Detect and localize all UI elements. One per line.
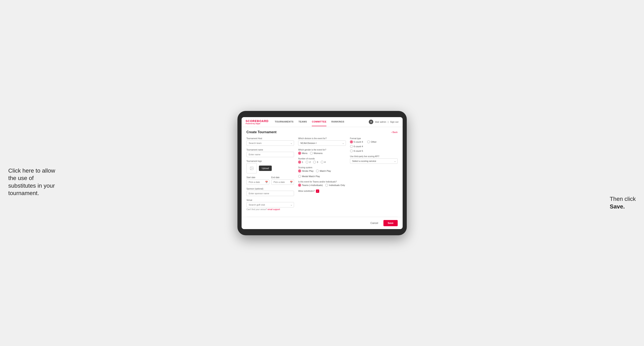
save-button[interactable]: Save — [384, 220, 398, 226]
scoring-label: Scoring system — [298, 167, 346, 169]
gender-label: Which gender is the event for? — [298, 149, 346, 151]
scoring-medal-match[interactable]: Medal Match Play — [298, 175, 320, 178]
format-6count5[interactable]: 6 count 5 — [350, 150, 398, 152]
event-type-teams[interactable]: Teams (+Individuals) — [298, 184, 323, 187]
right-annotation-line2: Save. — [610, 203, 625, 210]
scoring-stroke-label: Stroke Play — [302, 170, 314, 172]
tablet-screen: SCOREBOARD Powered by clippd TOURNAMENTS… — [242, 117, 403, 229]
gender-mens[interactable]: Mens — [298, 152, 308, 155]
start-date-wrapper: 📅 — [246, 179, 269, 185]
api-select[interactable]: Select a scoring service — [350, 158, 398, 164]
host-select-wrapper — [246, 140, 294, 146]
rounds-4[interactable]: 4 — [321, 161, 326, 164]
date-row: Start date 📅 End date — [246, 176, 294, 185]
left-annotation-text: Click here to allow the use of substitut… — [8, 168, 55, 196]
scoring-stroke[interactable]: Stroke Play — [298, 170, 314, 173]
svg-point-1 — [251, 167, 251, 168]
end-date-input[interactable] — [271, 179, 294, 185]
format-5count4-radio[interactable] — [350, 140, 353, 143]
form-columns: Tournament Host Tournament name Tourname… — [246, 137, 398, 213]
scoring-radio-group: Stroke Play Match Play Medal Match Play — [298, 170, 346, 178]
rounds-2-radio[interactable] — [306, 161, 308, 164]
api-label: Use third-party live scoring API? — [350, 155, 398, 158]
rounds-radio-group: 1 2 3 — [298, 161, 346, 164]
event-type-individuals-radio[interactable] — [325, 184, 328, 187]
substitutes-checkbox[interactable]: ✓ — [316, 189, 319, 193]
logo-label: Tournament logo — [246, 160, 294, 162]
venue-group: Venue Can't find your venue? email suppo… — [246, 199, 294, 210]
name-input[interactable] — [246, 152, 294, 157]
format-6count5-label: 6 count 5 — [354, 150, 363, 152]
avatar: B — [369, 120, 373, 124]
format-6count4-label: 6 count 4 — [354, 145, 363, 148]
rounds-2[interactable]: 2 — [306, 161, 310, 164]
rounds-3[interactable]: 3 — [313, 161, 318, 164]
back-link[interactable]: ‹ Back — [391, 131, 398, 133]
page-wrapper: Click here to allow the use of substitut… — [8, 111, 636, 235]
right-annotation: Then click Save. — [610, 195, 636, 210]
nav-tournaments[interactable]: TOURNAMENTS — [275, 118, 294, 126]
venue-help-link[interactable]: email support — [268, 208, 280, 210]
navbar: SCOREBOARD Powered by clippd TOURNAMENTS… — [242, 117, 403, 127]
nav-teams[interactable]: TEAMS — [298, 118, 307, 126]
host-input[interactable] — [246, 140, 294, 146]
substitutes-checkbox-item[interactable]: Allow substitutes? ✓ — [298, 189, 346, 193]
page-content: Create Tournament ‹ Back Tournament Host — [242, 127, 403, 217]
start-date-input[interactable] — [246, 179, 269, 185]
rounds-3-label: 3 — [317, 161, 318, 163]
rounds-1-radio[interactable] — [298, 161, 301, 164]
signout-link[interactable]: Sign out — [390, 121, 398, 123]
format-5count4-label: 5 count 4 — [354, 141, 363, 143]
rounds-1[interactable]: 1 — [298, 161, 303, 164]
format-6count5-radio[interactable] — [350, 150, 353, 152]
format-6count4-radio[interactable] — [350, 145, 353, 148]
api-select-wrapper: Select a scoring service — [350, 158, 398, 164]
gender-womens-radio[interactable] — [310, 152, 313, 155]
scoring-match[interactable]: Match Play — [316, 170, 331, 173]
format-group: Format type 5 count 4 Other — [350, 137, 398, 152]
division-select[interactable]: NCAA Division I — [298, 140, 346, 146]
dates-group: Start date 📅 End date — [246, 176, 294, 185]
name-group: Tournament name — [246, 149, 294, 157]
venue-help-text: Can't find your venue? — [246, 208, 267, 210]
event-type-group: Is this event for Teams and/or Individua… — [298, 181, 346, 187]
rounds-group: Number of rounds 1 2 — [298, 158, 346, 164]
rounds-3-radio[interactable] — [313, 161, 316, 164]
host-group: Tournament Host — [246, 137, 294, 146]
logo-brand-text: clippd — [256, 123, 260, 125]
scoring-stroke-radio[interactable] — [298, 170, 301, 173]
start-date-group: Start date 📅 — [246, 176, 269, 185]
event-type-teams-label: Teams (+Individuals) — [302, 184, 323, 186]
scoring-medal-radio[interactable] — [298, 175, 301, 178]
upload-button[interactable]: Upload — [259, 166, 272, 171]
format-6count4[interactable]: 6 count 4 — [350, 145, 398, 148]
venue-input[interactable] — [246, 202, 294, 207]
logo-placeholder — [246, 163, 257, 173]
nav-committee[interactable]: COMMITTEE — [312, 118, 326, 126]
nav-user: blair admin — [375, 121, 386, 123]
end-date-group: End date 📅 — [271, 176, 294, 185]
cancel-button[interactable]: Cancel — [367, 220, 381, 226]
format-other-radio[interactable] — [367, 140, 370, 143]
event-type-teams-radio[interactable] — [298, 184, 301, 187]
event-type-individuals[interactable]: Individuals Only — [325, 184, 345, 187]
scoring-match-radio[interactable] — [316, 170, 319, 173]
right-annotation-line1: Then click — [610, 196, 636, 202]
page-title: Create Tournament — [246, 130, 277, 134]
venue-label: Venue — [246, 199, 294, 201]
form-footer: Cancel Save — [242, 217, 403, 229]
format-other-label: Other — [371, 141, 376, 143]
logo-scoreboard: SCOREBOARD — [246, 119, 269, 123]
nav-rankings[interactable]: RANKINGS — [332, 118, 344, 126]
rounds-label: Number of rounds — [298, 158, 346, 160]
gender-radio-group: Mens Womens — [298, 152, 346, 155]
rounds-4-label: 4 — [324, 161, 326, 163]
gender-womens[interactable]: Womens — [310, 152, 322, 155]
form-col-3: Format type 5 count 4 Other — [350, 137, 398, 213]
end-date-wrapper: 📅 — [271, 179, 294, 185]
sponsor-input[interactable] — [246, 191, 294, 196]
gender-mens-radio[interactable] — [298, 152, 301, 155]
format-5count4[interactable]: 5 count 4 — [350, 140, 363, 143]
format-other[interactable]: Other — [367, 140, 376, 143]
rounds-4-radio[interactable] — [321, 161, 324, 164]
